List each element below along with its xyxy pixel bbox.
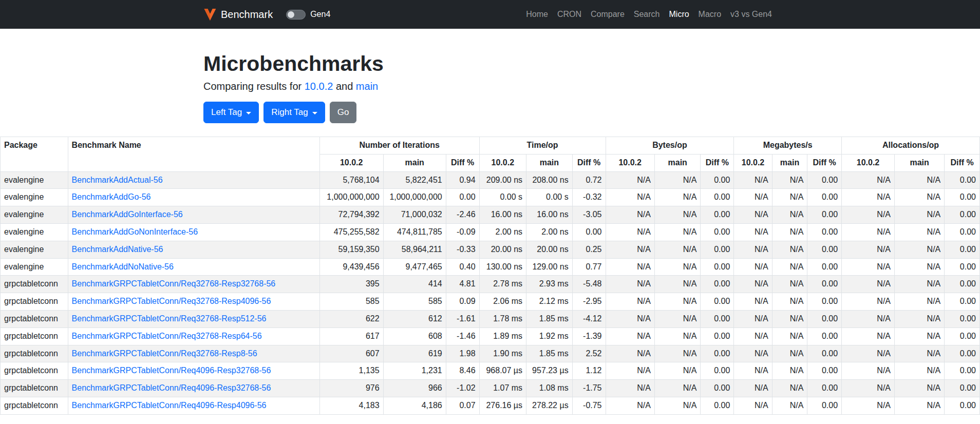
nav-link-compare[interactable]: Compare: [586, 6, 629, 23]
value-cell: N/A: [606, 362, 654, 380]
value-cell: 0.00: [701, 397, 734, 414]
value-cell: N/A: [654, 397, 701, 414]
chevron-down-icon: [246, 112, 251, 114]
benchmark-name-cell: BenchmarkAddGoNonInterface-56: [68, 223, 319, 241]
navbar-inner: Benchmark Gen4 HomeCRONCompareSearchMicr…: [197, 8, 783, 21]
sub-header-0-1: main: [383, 154, 446, 171]
table-row: grpctabletconnBenchmarkGRPCTabletConn/Re…: [1, 362, 980, 380]
go-button[interactable]: Go: [330, 102, 357, 123]
benchmark-link[interactable]: BenchmarkGRPCTabletConn/Req32768-Resp327…: [72, 279, 276, 288]
value-cell: N/A: [895, 362, 945, 380]
value-cell: 1,135: [319, 362, 383, 380]
benchmark-name-cell: BenchmarkGRPCTabletConn/Req32768-Resp512…: [68, 310, 319, 327]
benchmark-link[interactable]: BenchmarkGRPCTabletConn/Req32768-Resp8-5…: [72, 349, 257, 358]
benchmark-link[interactable]: BenchmarkAddGo-56: [72, 192, 151, 201]
subtitle-prefix: Comparing results for: [203, 81, 301, 92]
left-tag-dropdown-button[interactable]: Left Tag: [203, 102, 259, 123]
benchmark-name-cell: BenchmarkGRPCTabletConn/Req32768-Resp409…: [68, 293, 319, 311]
table-row: grpctabletconnBenchmarkGRPCTabletConn/Re…: [1, 276, 980, 293]
value-cell: 2.93 ms: [526, 276, 573, 293]
left-tag-link[interactable]: 10.0.2: [305, 81, 333, 92]
nav-link-micro[interactable]: Micro: [665, 6, 694, 23]
sub-header-3-0: 10.0.2: [734, 154, 772, 171]
value-cell: N/A: [734, 206, 772, 224]
value-cell: N/A: [895, 206, 945, 224]
right-tag-link[interactable]: main: [356, 81, 378, 92]
value-cell: 1.78 ms: [479, 310, 526, 327]
nav-link-home[interactable]: Home: [521, 6, 553, 23]
value-cell: 1,000,000,000: [383, 189, 446, 206]
value-cell: N/A: [606, 206, 654, 224]
brand-link[interactable]: Benchmark: [203, 8, 273, 21]
sub-header-2-1: main: [654, 154, 701, 171]
sub-header-4-2: Diff %: [945, 154, 980, 171]
value-cell: 0.09: [446, 293, 479, 311]
value-cell: N/A: [654, 327, 701, 345]
nav-link-v3-vs-gen4[interactable]: v3 vs Gen4: [726, 6, 777, 23]
value-cell: 622: [319, 310, 383, 327]
value-cell: N/A: [772, 345, 807, 362]
value-cell: 619: [383, 345, 446, 362]
value-cell: 0.00 s: [526, 189, 573, 206]
value-cell: N/A: [606, 241, 654, 258]
benchmark-link[interactable]: BenchmarkGRPCTabletConn/Req4096-Resp3276…: [72, 383, 271, 392]
value-cell: -1.02: [446, 380, 479, 397]
value-cell: 0.40: [446, 258, 479, 276]
value-cell: N/A: [842, 258, 895, 276]
value-cell: N/A: [842, 345, 895, 362]
benchmark-link[interactable]: BenchmarkGRPCTabletConn/Req32768-Resp512…: [72, 314, 267, 323]
value-cell: 414: [383, 276, 446, 293]
benchmark-link[interactable]: BenchmarkGRPCTabletConn/Req4096-Resp4096…: [72, 401, 267, 410]
benchmark-link[interactable]: BenchmarkGRPCTabletConn/Req32768-Resp409…: [72, 297, 271, 305]
benchmark-link[interactable]: BenchmarkAddActual-56: [72, 176, 163, 184]
package-cell: evalengine: [1, 223, 68, 241]
benchmark-name-cell: BenchmarkGRPCTabletConn/Req32768-Resp8-5…: [68, 345, 319, 362]
value-cell: 0.00: [945, 345, 980, 362]
value-cell: N/A: [734, 362, 772, 380]
value-cell: 208.00 ns: [526, 171, 573, 189]
benchmark-link[interactable]: BenchmarkAddNoNative-56: [72, 262, 174, 271]
value-cell: 0.00: [701, 327, 734, 345]
value-cell: 2.12 ms: [526, 293, 573, 311]
value-cell: 0.00: [945, 171, 980, 189]
value-cell: N/A: [895, 171, 945, 189]
package-cell: grpctabletconn: [1, 362, 68, 380]
value-cell: 0.00: [807, 397, 842, 414]
value-cell: 0.07: [446, 397, 479, 414]
package-cell: evalengine: [1, 189, 68, 206]
value-cell: -1.46: [446, 327, 479, 345]
value-cell: N/A: [734, 258, 772, 276]
value-cell: N/A: [654, 362, 701, 380]
value-cell: N/A: [654, 189, 701, 206]
value-cell: 585: [383, 293, 446, 311]
benchmark-link[interactable]: BenchmarkGRPCTabletConn/Req4096-Resp3276…: [72, 366, 271, 375]
benchmark-link[interactable]: BenchmarkAddGoInterface-56: [72, 210, 183, 219]
brand-label: Benchmark: [221, 9, 273, 21]
right-tag-dropdown-button[interactable]: Right Tag: [263, 102, 325, 123]
value-cell: N/A: [654, 206, 701, 224]
value-cell: N/A: [772, 223, 807, 241]
value-cell: 0.00: [701, 310, 734, 327]
sub-header-1-1: main: [526, 154, 573, 171]
value-cell: -4.12: [572, 310, 606, 327]
benchmark-name-cell: BenchmarkAddActual-56: [68, 171, 319, 189]
sub-header-2-0: 10.0.2: [606, 154, 654, 171]
value-cell: 0.00: [945, 310, 980, 327]
value-cell: N/A: [895, 276, 945, 293]
value-cell: 72,794,392: [319, 206, 383, 224]
benchmark-link[interactable]: BenchmarkAddGoNonInterface-56: [72, 227, 198, 236]
nav-link-macro[interactable]: Macro: [694, 6, 726, 23]
benchmark-link[interactable]: BenchmarkGRPCTabletConn/Req32768-Resp64-…: [72, 332, 262, 340]
value-cell: 1.85 ms: [526, 310, 573, 327]
gen4-toggle[interactable]: [286, 10, 306, 20]
value-cell: 0.00: [807, 380, 842, 397]
benchmark-link[interactable]: BenchmarkAddNative-56: [72, 245, 163, 254]
value-cell: N/A: [654, 223, 701, 241]
value-cell: 129.00 ns: [526, 258, 573, 276]
value-cell: 0.00: [945, 380, 980, 397]
nav-link-cron[interactable]: CRON: [553, 6, 586, 23]
nav-link-search[interactable]: Search: [629, 6, 665, 23]
package-cell: grpctabletconn: [1, 293, 68, 311]
gen4-toggle-label: Gen4: [310, 10, 330, 19]
sub-header-0-0: 10.0.2: [319, 154, 383, 171]
